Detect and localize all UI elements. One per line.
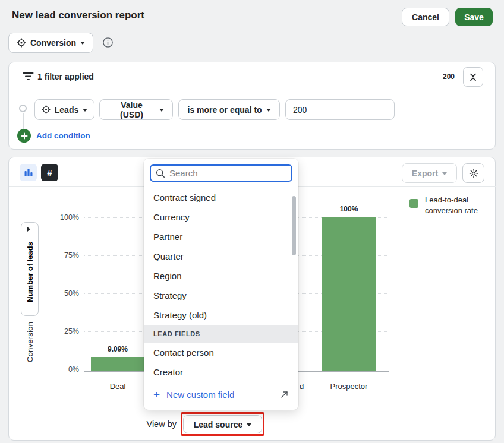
y-axis-secondary: Conversion (21, 318, 38, 366)
divider (398, 186, 398, 441)
gear-icon (468, 168, 479, 179)
condition-field-label: Value (USD) (108, 100, 155, 119)
y-axis-tick-label: 25% (52, 327, 79, 336)
condition-operator-label: is more or equal to (187, 105, 262, 115)
search-icon (156, 169, 165, 178)
condition-operator-dropdown[interactable]: is more or equal to (178, 99, 280, 120)
bar-chart-icon (24, 168, 33, 178)
dropdown-item[interactable]: Creator (144, 362, 298, 379)
condition-bullet (19, 105, 27, 112)
target-icon (42, 105, 51, 114)
report-type-label: Conversion (30, 38, 76, 48)
legend-swatch (410, 199, 418, 208)
collapse-filter-button[interactable] (463, 67, 483, 87)
chevron-down-icon (266, 109, 271, 112)
dropdown-item[interactable]: Contract signed (144, 188, 298, 207)
chevron-down-icon (247, 423, 251, 426)
chevron-down-icon (80, 42, 85, 45)
chevron-down-icon (159, 109, 164, 112)
condition-entity-label: Leads (55, 105, 78, 115)
condition-field-dropdown[interactable]: Value (USD) (99, 99, 173, 120)
y-axis-measure-label: Number of leads (26, 242, 34, 302)
chevron-right-icon (27, 227, 30, 232)
y-axis-tick-label: 0% (52, 365, 79, 374)
info-icon[interactable] (101, 36, 115, 49)
y-axis-tick-label: 75% (52, 251, 79, 260)
dropdown-item[interactable]: Quarter (144, 246, 298, 266)
new-lead-conversion-report-page: New lead conversion report Cancel Save C… (0, 0, 504, 443)
bar-deal (91, 357, 144, 372)
collapse-icon (468, 72, 478, 82)
save-button[interactable]: Save (455, 8, 493, 26)
cancel-button-label: Cancel (412, 12, 439, 22)
export-label: Export (412, 169, 438, 178)
cancel-button[interactable]: Cancel (402, 8, 449, 26)
search-field[interactable] (150, 164, 292, 182)
page-title: New lead conversion report (12, 10, 144, 21)
filter-section: 1 filter applied 200 Leads Value (USD) (8, 62, 496, 150)
filter-icon (22, 71, 34, 84)
dropdown-item[interactable]: Contact person (144, 343, 298, 362)
settings-button[interactable] (462, 163, 484, 183)
dropdown-item[interactable]: Strategy (144, 286, 298, 305)
numbers-view-toggle[interactable]: # (41, 164, 58, 181)
dropdown-option-list: Contract signedCurrencyPartnerQuarterReg… (144, 188, 298, 379)
export-dropdown[interactable]: Export (402, 163, 457, 183)
category-label: Prospector (313, 382, 385, 391)
bar-value-label: 9.09% (91, 345, 144, 353)
condition-value-input[interactable] (285, 99, 395, 120)
report-type-dropdown[interactable]: Conversion (8, 33, 93, 53)
bar-prospector (322, 217, 376, 372)
y-axis-tick-label: 100% (52, 213, 79, 221)
dropdown-item[interactable]: Region (144, 266, 298, 286)
search-input[interactable] (169, 168, 288, 178)
condition-connector-line (23, 113, 24, 129)
view-by-value: Lead source (194, 420, 242, 429)
view-by-label: View by (117, 419, 177, 429)
add-condition-link[interactable]: Add condition (36, 131, 90, 140)
view-by-options-dropdown: Contract signedCurrencyPartnerQuarterReg… (144, 159, 298, 410)
y-axis-secondary-label: Conversion (26, 322, 34, 362)
view-by-dropdown[interactable]: Lead source (183, 415, 262, 433)
chart-view-toggle[interactable] (20, 164, 37, 181)
dropdown-item[interactable]: Strategy (old) (144, 305, 298, 325)
add-condition-plus-icon[interactable] (17, 129, 31, 143)
dropdown-item[interactable]: Partner (144, 227, 298, 246)
filter-summary: 1 filter applied (37, 72, 94, 81)
new-custom-field-action[interactable]: + New custom field (144, 379, 298, 410)
condition-entity-dropdown[interactable]: Leads (34, 99, 94, 120)
scrollbar-thumb[interactable] (292, 196, 296, 255)
legend-label: Lead-to-deal conversion rate (425, 195, 492, 216)
target-icon (17, 38, 26, 48)
category-label: Deal (82, 382, 153, 391)
save-button-label: Save (464, 12, 484, 22)
bar-value-label: 100% (322, 205, 376, 213)
y-axis-tick-label: 50% (52, 289, 79, 298)
chevron-down-icon (442, 172, 447, 175)
plus-icon: + (153, 389, 160, 400)
dropdown-item[interactable]: Currency (144, 207, 298, 227)
new-custom-field-label: New custom field (166, 390, 280, 400)
chevron-down-icon (83, 109, 87, 112)
hash-icon: # (47, 167, 52, 178)
filter-count-badge: 200 (425, 72, 455, 81)
y-axis-measure-button[interactable]: Number of leads (21, 222, 39, 316)
dropdown-section-header: LEAD FIELDS (144, 325, 298, 343)
divider (9, 90, 496, 90)
category-label: d (300, 382, 308, 391)
arrow-up-right-icon (280, 390, 289, 399)
